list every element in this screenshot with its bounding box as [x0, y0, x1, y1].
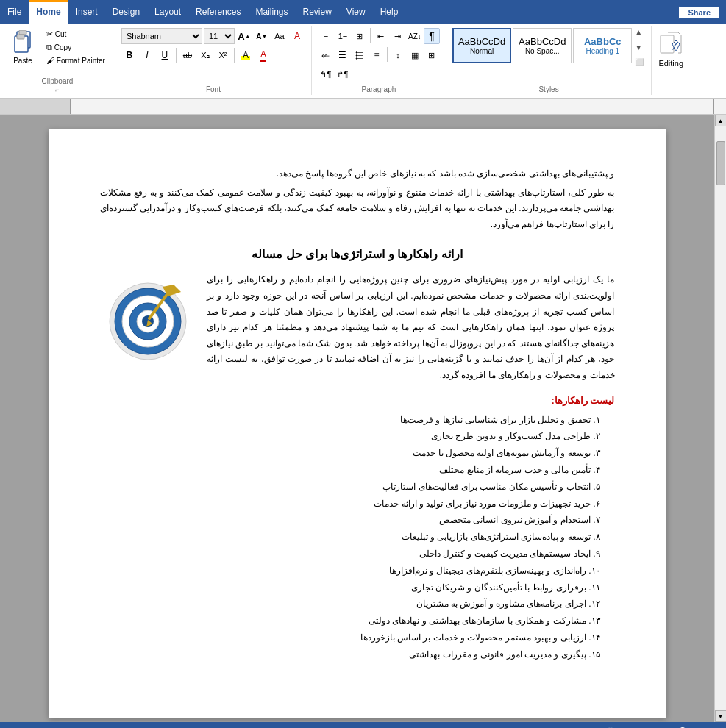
- style-normal[interactable]: AaBbCcDd Normal: [452, 28, 511, 63]
- show-formatting-button[interactable]: ¶: [424, 28, 440, 44]
- editing-icon: [658, 29, 684, 59]
- highlight-color-button[interactable]: A: [238, 47, 254, 63]
- numbered-list-button[interactable]: 1≡: [335, 28, 351, 44]
- bullet-list-button[interactable]: ≡: [318, 28, 334, 44]
- list-item-3: ۳. توسعه و آزمایش نمونه‌های اولیه محصول …: [100, 445, 600, 462]
- list-item-7: ۷. استخدام و آموزش نیروی انسانی متخصص: [100, 512, 600, 529]
- align-right-icon: ⬱: [355, 50, 363, 60]
- solutions-list: ۱. تحقیق و تحلیل بازار برای شناسایی نیاز…: [100, 412, 615, 663]
- format-painter-label: Format Painter: [57, 57, 105, 65]
- increase-font-icon: A: [238, 31, 244, 42]
- para1: به طور کلی، استارتاپ‌های بهداشتی با ارائ…: [100, 185, 615, 233]
- font-name-select[interactable]: Shabnam: [121, 28, 202, 44]
- rtl-button[interactable]: ↰¶: [318, 66, 334, 82]
- bold-button[interactable]: B: [121, 47, 138, 63]
- underline-icon: U: [162, 50, 168, 60]
- clear-format-button[interactable]: A: [289, 28, 305, 44]
- intro-text: و پشتیبانی‌های بهداشتی شخصی‌سازی شده باش…: [277, 168, 615, 179]
- multilevel-list-icon: ⊞: [356, 32, 363, 41]
- paste-icon: [11, 30, 35, 57]
- list-heading: لیست راهکارها:: [100, 395, 615, 406]
- sort-button[interactable]: AZ↓: [407, 28, 423, 44]
- scrollbar-down-button[interactable]: ▼: [715, 710, 727, 722]
- tab-insert[interactable]: Insert: [68, 0, 105, 24]
- font-size-select[interactable]: 11: [204, 28, 235, 44]
- clipboard-expand-icon[interactable]: ⌐: [55, 86, 59, 93]
- tab-mailings[interactable]: Mailings: [248, 0, 295, 24]
- decrease-font-button[interactable]: A▼: [254, 28, 270, 44]
- vertical-scrollbar[interactable]: ▲ ▼: [714, 115, 726, 722]
- shading-button[interactable]: ▦: [407, 47, 423, 63]
- scrollbar-thumb[interactable]: [716, 141, 725, 185]
- body-text: ما یک ارزیابی اولیه در مورد پیش‌نیازهای …: [207, 272, 615, 383]
- tab-file[interactable]: File: [0, 0, 29, 24]
- font-color-button[interactable]: A: [255, 47, 271, 63]
- strikethrough-button[interactable]: ab: [179, 47, 196, 63]
- paragraph-group-label: Paragraph: [362, 84, 396, 93]
- justify-button[interactable]: ≡: [369, 47, 385, 63]
- change-case-button[interactable]: Aa: [271, 28, 288, 44]
- list-item-5: ۵. انتخاب و تأسیس مکان مناسب برای فعالیت…: [100, 479, 600, 496]
- rtl-icon: ↰¶: [320, 70, 331, 79]
- tab-home[interactable]: Home: [29, 0, 68, 24]
- svg-rect-3: [17, 35, 24, 39]
- tab-review[interactable]: Review: [295, 0, 338, 24]
- section-heading-text: ارائه راهکارها و استراتژی‌ها برای حل مسا…: [252, 248, 463, 260]
- list-item-11: ۱۱. برقراری روابط با تأمین‌کنندگان و شری…: [100, 579, 600, 596]
- style-normal-label: Normal: [470, 47, 494, 55]
- decrease-indent-button[interactable]: ⇤: [373, 28, 389, 44]
- format-painter-button[interactable]: 🖌 Format Painter: [43, 54, 109, 66]
- paragraph-group: ≡ 1≡ ⊞ ⇤ ⇥ AZ↓ ¶: [312, 26, 446, 95]
- cut-icon: ✂: [46, 29, 53, 38]
- superscript-button[interactable]: X²: [215, 47, 231, 63]
- styles-gallery-arrows[interactable]: ▲ ▼ ⬜: [635, 28, 645, 66]
- highlight-icon: A: [241, 50, 250, 60]
- line-spacing-button[interactable]: ↕: [390, 47, 406, 63]
- style-no-spacing-label: No Spac...: [525, 47, 560, 55]
- scrollbar-up-button[interactable]: ▲: [715, 115, 727, 126]
- italic-button[interactable]: I: [139, 47, 155, 63]
- align-right-button[interactable]: ⬱: [352, 47, 368, 63]
- ltr-button[interactable]: ↱¶: [335, 66, 351, 82]
- para1-text: به طور کلی، استارتاپ‌های بهداشتی با ارائ…: [100, 188, 615, 229]
- increase-font-button[interactable]: A▲: [236, 28, 252, 44]
- decrease-font-icon: A: [256, 32, 261, 40]
- style-heading1[interactable]: AaBbCc Heading 1: [573, 28, 632, 63]
- style-heading1-preview: AaBbCc: [584, 36, 622, 47]
- list-heading-text: لیست راهکارها:: [552, 395, 615, 406]
- list-item-1: ۱. تحقیق و تحلیل بازار برای شناسایی نیاز…: [100, 412, 600, 429]
- body-text-content: ما یک ارزیابی اولیه در مورد پیش‌نیازهای …: [207, 274, 615, 380]
- tab-help[interactable]: Help: [373, 0, 406, 24]
- list-item-10: ۱۰. راه‌اندازی و بهینه‌سازی پلتفرم‌های د…: [100, 563, 600, 579]
- paste-button[interactable]: Paste: [6, 28, 40, 67]
- editing-label[interactable]: Editing: [658, 59, 683, 68]
- cut-button[interactable]: ✂ Cut: [43, 28, 109, 40]
- underline-button[interactable]: U: [157, 47, 173, 63]
- tab-view[interactable]: View: [339, 0, 373, 24]
- subscript-button[interactable]: X₂: [197, 47, 213, 63]
- styles-scroll-up[interactable]: ▲: [635, 28, 645, 36]
- scrollbar-track[interactable]: [715, 126, 726, 710]
- italic-icon: I: [146, 50, 148, 60]
- cut-label: Cut: [55, 30, 67, 38]
- align-left-button[interactable]: ⬰: [318, 47, 334, 63]
- multilevel-list-button[interactable]: ⊞: [352, 28, 368, 44]
- styles-scroll-down[interactable]: ▼: [635, 43, 645, 51]
- styles-expand[interactable]: ⬜: [635, 58, 645, 66]
- decrease-indent-icon: ⇤: [377, 32, 384, 41]
- tab-design[interactable]: Design: [105, 0, 147, 24]
- strikethrough-icon: ab: [183, 51, 192, 60]
- increase-indent-button[interactable]: ⇥: [390, 28, 406, 44]
- borders-button[interactable]: ⊞: [424, 47, 440, 63]
- tab-references[interactable]: References: [188, 0, 248, 24]
- font-group-label: Font: [206, 84, 221, 93]
- copy-button[interactable]: ⧉ Copy: [43, 41, 109, 54]
- list-item-13: ۱۳. مشارکت و همکاری با سازمان‌های بهداشت…: [100, 613, 600, 629]
- list-item-14: ۱۴. ارزیابی و بهبود مستمر محصولات و خدما…: [100, 629, 600, 646]
- sort-icon: AZ↓: [408, 32, 421, 40]
- share-button[interactable]: Share: [678, 6, 720, 19]
- align-center-button[interactable]: ☰: [335, 47, 351, 63]
- style-no-spacing[interactable]: AaBbCcDd No Spac...: [513, 28, 572, 63]
- tab-layout[interactable]: Layout: [147, 0, 188, 24]
- list-item-4: ۴. تأمین مالی و جذب سرمایه از منابع مختل…: [100, 462, 600, 479]
